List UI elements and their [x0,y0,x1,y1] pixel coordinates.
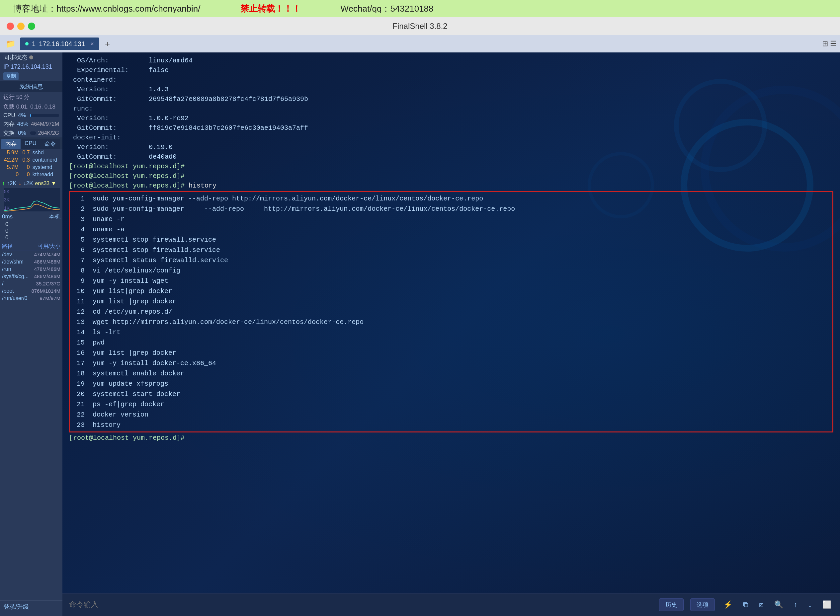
term-prompt-line: [root@localhost yum.repos.d]# [69,171,833,181]
sidebar: 同步状态 IP 172.16.104.131 复制 系统信息 运行 50 分 负… [0,53,62,616]
term-prompt-line: [root@localhost yum.repos.d]# [69,161,833,171]
add-tab-button[interactable]: + [102,38,113,50]
term-line: Version: 1.4.3 [69,85,833,94]
term-footer-prompt: [root@localhost yum.repos.d]# [69,433,833,443]
options-button[interactable]: 选项 [690,598,715,611]
tab-close-icon[interactable]: × [90,41,94,47]
latency-label: 0ms [2,213,13,220]
traffic-lights [7,23,35,30]
tab-number: 1 [32,40,35,48]
history-line: 23 history [70,420,833,430]
login-upgrade-button[interactable]: 登录/升级 [0,600,62,613]
folder-icon[interactable]: 📁 [3,37,18,51]
local-label: 本机 [49,213,60,220]
net-up-value: ↑2K [7,180,17,187]
history-line: 22 docker version [70,409,833,420]
tab-cmd[interactable]: 命令 [41,139,60,149]
scroll-down-icon[interactable]: ↓ [806,600,814,609]
term-line: GitCommit: ff819c7e9184c13b7c2607fe6c30a… [69,123,833,133]
command-input[interactable] [69,601,652,609]
paste-icon[interactable]: ⧇ [757,600,766,609]
disk-size: 35.2G/37G [31,281,60,287]
disk-size: 486M/486M [31,273,60,279]
swap-detail: 264K/2G [38,130,59,136]
terminal-content[interactable]: OS/Arch: linux/amd64 Experimental: false… [62,53,840,593]
maximize-button[interactable] [28,23,35,30]
close-button[interactable] [7,23,14,30]
history-line: 15 pwd [70,337,833,348]
latency-row: 0ms 本机 [2,212,60,221]
search-icon[interactable]: 🔍 [772,600,785,609]
lightning-icon[interactable]: ⚡ [721,600,734,609]
cmd-bar: 历史 选项 ⚡ ⧉ ⧇ 🔍 ↑ ↓ ⬜ [62,593,840,616]
session-tab[interactable]: 1 172.16.104.131 × [20,38,99,50]
mem-label: 内存 [3,120,15,128]
history-line: 3 uname -r [70,214,833,224]
tab-ip: 172.16.104.131 [39,40,85,48]
process-tabs: 内存 CPU 命令 [0,137,62,149]
process-row: 5.7M0systemd [0,164,62,171]
process-row: 5.9M0.7sshd [0,149,62,156]
process-table: 5.9M0.7sshd42.2M0.3containerd5.7M0system… [0,149,62,178]
upload-arrow-icon: ↑ [2,180,5,187]
disk-path: / [2,281,31,287]
proc-cpu: 0 [19,171,31,178]
minimize-button[interactable] [17,23,25,30]
net-interface[interactable]: ens33 ▼ [35,180,56,186]
title-bar: FinalShell 3.8.2 [0,17,840,35]
disk-row: /run478M/486M [2,265,60,273]
history-line: 7 systemctl status firewalld.service [70,255,833,265]
tab-cpu[interactable]: CPU [21,139,41,149]
proc-mem: 5.7M [0,164,19,171]
ip-row: IP 172.16.104.131 [0,62,62,71]
terminal-area: OS/Arch: linux/amd64 Experimental: false… [62,53,840,616]
history-line: 14 ls -lrt [70,327,833,337]
disk-row: /sys/fs/cg...486M/486M [2,273,60,280]
tab-mem[interactable]: 内存 [1,139,21,149]
history-line: 13 wget http://mirrors.aliyun.com/docker… [70,317,833,327]
term-line: Version: 0.19.0 [69,142,833,152]
proc-cpu: 0 [19,164,31,171]
disk-path: /sys/fs/cg... [2,273,31,279]
history-button[interactable]: 历史 [659,598,684,611]
swap-progress-row: 交换 0% 264K/2G [0,128,62,137]
disk-row: /dev474M/474M [2,251,60,258]
mem-detail: 464M/972M [31,121,59,127]
swap-value: 0% [18,130,28,136]
network-chart: 5K 3K 1K [4,188,60,211]
history-line: 12 cd /etc/yum.repos.d/ [70,307,833,317]
scroll-up-icon[interactable]: ↑ [792,600,799,609]
disk-path: /dev [2,252,31,258]
proc-name: systemd [31,164,62,171]
uptime-text: 运行 50 分 [0,92,62,102]
disk-row: /dev/shm486M/486M [2,258,60,265]
term-cmd-line: [root@localhost yum.repos.d]# history [69,181,833,191]
term-line: docker-init: [69,133,833,142]
copy-ip-button[interactable]: 复制 [3,72,19,80]
latency-values: 0 0 0 [2,221,60,241]
grid-icon[interactable]: ⊞ ☰ [822,40,837,48]
disk-row: /boot876M/1014M [2,287,60,295]
history-line: 18 systemctl enable docker [70,368,833,379]
history-line: 10 yum list|grep docker [70,286,833,296]
latency-val2: 0 [5,228,57,234]
disk-path: /run/user/0 [2,295,31,301]
disk-col-size: 可用/大小 [38,243,60,250]
term-line: GitCommit: de40ad0 [69,152,833,161]
download-arrow-icon: ↓ [19,180,22,187]
sync-status-dot [29,56,33,59]
blog-url: 博客地址：https://www.cnblogs.com/chenyanbin/ [13,3,201,15]
term-line: runc: [69,104,833,113]
mem-value: 48% [17,121,27,128]
wechat-qq: Wechat/qq：543210188 [341,3,433,15]
disk-path: /run [2,266,31,272]
disk-size: 97M/97M [31,295,60,301]
history-line: 8 vi /etc/selinux/config [70,265,833,276]
ip-text: IP 172.16.104.131 [3,63,52,70]
history-line: 19 yum update xfsprogs [70,379,833,389]
proc-mem: 5.9M [0,149,19,156]
copy-icon[interactable]: ⧉ [741,600,750,609]
history-line: 9 yum -y install wget [70,276,833,286]
fullscreen-icon[interactable]: ⬜ [820,600,833,609]
history-line: 5 systemctl stop firewall.service [70,235,833,245]
